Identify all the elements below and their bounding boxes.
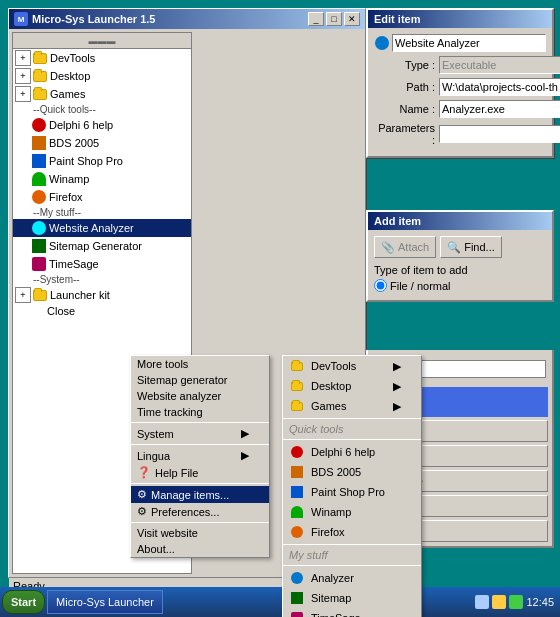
add-title-label: Add item <box>374 215 421 227</box>
icon-webanalyzer <box>31 220 47 236</box>
context-menu-main: More tools Sitemap generator Website ana… <box>130 355 270 558</box>
sub-item-firefox[interactable]: Firefox <box>283 522 421 542</box>
sub-item-analyzer[interactable]: Analyzer <box>283 568 421 588</box>
arrow-system: ▶ <box>231 427 249 440</box>
label-firefox: Firefox <box>49 191 83 203</box>
radio-file-normal[interactable] <box>374 279 387 292</box>
expand-devtools[interactable]: + <box>15 50 31 66</box>
tree-item-winamp[interactable]: Winamp <box>13 170 191 188</box>
menu-item-help-file[interactable]: ❓ Help File <box>131 464 269 481</box>
menu-item-preferences[interactable]: ⚙ Preferences... <box>131 503 269 520</box>
menu-sep-1 <box>131 422 269 423</box>
taskbar: Start Micro-Sys Launcher 12:45 <box>0 587 560 617</box>
attach-button[interactable]: 📎 Attach <box>374 236 436 258</box>
edit-params-input[interactable] <box>439 125 560 143</box>
arrow-desktop: ▶ <box>383 380 401 393</box>
folder-icon-devtools <box>32 50 48 66</box>
menu-label-about: About... <box>137 543 175 555</box>
menu-sep-4 <box>131 522 269 523</box>
tree-item-timesage[interactable]: TimeSage <box>13 255 191 273</box>
sub-icon-sitemap <box>289 590 305 606</box>
expand-desktop[interactable]: + <box>15 68 31 84</box>
sub-folder-icon-devtools <box>289 358 305 374</box>
menu-label-more-tools: More tools <box>137 358 188 370</box>
tray-icon-1 <box>475 595 489 609</box>
folder-icon-launcherkit <box>32 287 48 303</box>
sub-item-timesage[interactable]: TimeSage <box>283 608 421 617</box>
radio-file-label: File / normal <box>390 280 451 292</box>
tree-item-webanalyzer[interactable]: Website Analyzer <box>13 219 191 237</box>
menu-item-manage-items[interactable]: ⚙ Manage items... <box>131 486 269 503</box>
sub-item-delphi6[interactable]: Delphi 6 help <box>283 442 421 462</box>
arrow-lingua: ▶ <box>231 449 249 462</box>
app-icon: M <box>14 12 28 26</box>
title-bar-text: M Micro-Sys Launcher 1.5 <box>14 12 156 26</box>
sub-item-games[interactable]: Games ▶ <box>283 396 421 416</box>
edit-path-input[interactable] <box>439 78 560 96</box>
tree-item-delphi6[interactable]: Delphi 6 help <box>13 116 191 134</box>
menu-item-more-tools[interactable]: More tools <box>131 356 269 372</box>
menu-label-website-analyzer: Website analyzer <box>137 390 221 402</box>
edit-filename-input[interactable] <box>439 100 560 118</box>
maximize-button[interactable]: □ <box>326 12 342 26</box>
type-of-item-label: Type of item to add <box>374 264 546 276</box>
close-button[interactable]: ✕ <box>344 12 360 26</box>
taskbar-launcher-item[interactable]: Micro-Sys Launcher <box>47 590 163 614</box>
menu-item-system[interactable]: System ▶ <box>131 425 269 442</box>
sub-sep-2 <box>283 544 421 545</box>
sub-label-bds2005: BDS 2005 <box>311 466 361 478</box>
sub-folder-icon-desktop <box>289 378 305 394</box>
sub-label-winamp: Winamp <box>311 506 351 518</box>
edit-path-label: Path : <box>374 81 439 93</box>
menu-item-lingua[interactable]: Lingua ▶ <box>131 447 269 464</box>
edit-name-input[interactable] <box>392 34 546 52</box>
tree-item-games[interactable]: + Games <box>13 85 191 103</box>
find-button[interactable]: 🔍 Find... <box>440 236 502 258</box>
edit-type-row: Type : <box>374 56 546 74</box>
tree-separator-mystuff: --My stuff-- <box>13 206 191 219</box>
sub-item-sitemap[interactable]: Sitemap <box>283 588 421 608</box>
menu-label-system: System <box>137 428 174 440</box>
menu-item-visit-website[interactable]: Visit website <box>131 525 269 541</box>
sub-label-devtools: DevTools <box>311 360 356 372</box>
menu-item-about[interactable]: About... <box>131 541 269 557</box>
tree-separator-quicktools: --Quick tools-- <box>13 103 191 116</box>
tree-item-desktop[interactable]: + Desktop <box>13 67 191 85</box>
sub-item-bds2005[interactable]: BDS 2005 <box>283 462 421 482</box>
add-panel-title: Add item <box>368 212 552 230</box>
minimize-button[interactable]: _ <box>308 12 324 26</box>
menu-sep-3 <box>131 483 269 484</box>
sub-folder-icon-games <box>289 398 305 414</box>
context-menu-sub: DevTools ▶ Desktop ▶ Games ▶ Quick tools… <box>282 355 422 617</box>
sub-item-mystuff-label: My stuff <box>283 547 421 563</box>
tree-item-close[interactable]: Close <box>13 304 191 318</box>
sub-item-desktop[interactable]: Desktop ▶ <box>283 376 421 396</box>
start-button[interactable]: Start <box>2 590 45 614</box>
tree-item-launcherkit[interactable]: + Launcher kit <box>13 286 191 304</box>
tree-item-firefox[interactable]: Firefox <box>13 188 191 206</box>
expand-launcherkit[interactable]: + <box>15 287 31 303</box>
sub-item-winamp[interactable]: Winamp <box>283 502 421 522</box>
menu-item-time-tracking[interactable]: Time tracking <box>131 404 269 420</box>
menu-label-sitemap-gen: Sitemap generator <box>137 374 228 386</box>
tree-item-bds2005[interactable]: BDS 2005 <box>13 134 191 152</box>
sub-sep-1 <box>283 418 421 419</box>
tree-item-sitemap[interactable]: Sitemap Generator <box>13 237 191 255</box>
edit-type-input <box>439 56 560 74</box>
tree-item-paintshop[interactable]: Paint Shop Pro <box>13 152 191 170</box>
menu-item-website-analyzer[interactable]: Website analyzer <box>131 388 269 404</box>
sub-mystuff-label: My stuff <box>289 549 328 561</box>
expand-games[interactable]: + <box>15 86 31 102</box>
tree-item-devtools[interactable]: + DevTools <box>13 49 191 67</box>
sub-quicktools-label: Quick tools <box>289 423 343 435</box>
edit-filename-row: Name : <box>374 100 546 118</box>
menu-label-lingua: Lingua <box>137 450 170 462</box>
menu-item-sitemap-gen[interactable]: Sitemap generator <box>131 372 269 388</box>
sub-item-devtools[interactable]: DevTools ▶ <box>283 356 421 376</box>
sub-item-paintshop[interactable]: Paint Shop Pro <box>283 482 421 502</box>
prefs-icon: ⚙ <box>137 505 147 518</box>
edit-params-label: Parameters : <box>374 122 439 146</box>
tray-icon-2 <box>492 595 506 609</box>
title-bar: M Micro-Sys Launcher 1.5 _ □ ✕ <box>9 9 365 29</box>
edit-panel-title: Edit item <box>368 10 552 28</box>
